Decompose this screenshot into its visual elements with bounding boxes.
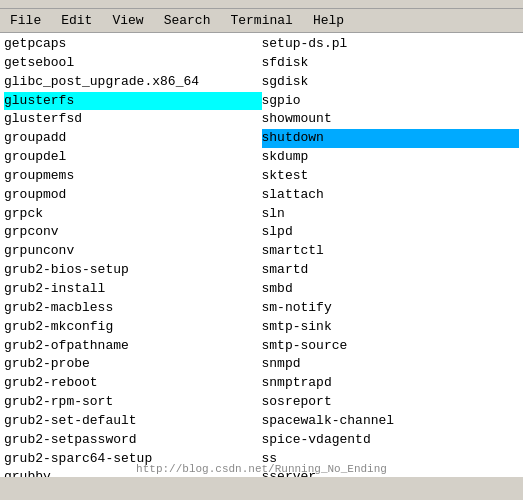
list-item: grub2-rpm-sort — [4, 393, 262, 412]
list-item: groupmems — [4, 167, 262, 186]
list-item: smbd — [262, 280, 520, 299]
list-item: grub2-macbless — [4, 299, 262, 318]
list-item: grub2-probe — [4, 355, 262, 374]
list-item: grub2-setpassword — [4, 431, 262, 450]
list-item: sosreport — [262, 393, 520, 412]
list-item: smartd — [262, 261, 520, 280]
left-column: getpcapsgetseboolglibc_post_upgrade.x86_… — [4, 35, 262, 475]
list-item: getsebool — [4, 54, 262, 73]
watermark: http://blog.csdn.net/Running_No_Ending — [136, 463, 387, 475]
list-item: smartctl — [262, 242, 520, 261]
menu-item-help[interactable]: Help — [307, 11, 350, 30]
list-item: groupmod — [4, 186, 262, 205]
list-item: slattach — [262, 186, 520, 205]
list-item: spacewalk-channel — [262, 412, 520, 431]
list-item: grub2-ofpathname — [4, 337, 262, 356]
list-item: grub2-mkconfig — [4, 318, 262, 337]
list-item: setup-ds.pl — [262, 35, 520, 54]
list-item: sgpio — [262, 92, 520, 111]
menu-item-terminal[interactable]: Terminal — [224, 11, 298, 30]
list-item: sktest — [262, 167, 520, 186]
list-item: slpd — [262, 223, 520, 242]
list-item: grub2-set-default — [4, 412, 262, 431]
right-column: setup-ds.plsfdisksgdisksgpioshowmountshu… — [262, 35, 520, 475]
list-item: sfdisk — [262, 54, 520, 73]
menu-item-edit[interactable]: Edit — [55, 11, 98, 30]
list-item: grub2-reboot — [4, 374, 262, 393]
list-item: glusterfs — [4, 92, 262, 111]
terminal-body: getpcapsgetseboolglibc_post_upgrade.x86_… — [0, 33, 523, 477]
list-item: snmptrapd — [262, 374, 520, 393]
list-item: spice-vdagentd — [262, 431, 520, 450]
menu-item-view[interactable]: View — [106, 11, 149, 30]
list-item: smtp-sink — [262, 318, 520, 337]
list-item: snmpd — [262, 355, 520, 374]
list-item: skdump — [262, 148, 520, 167]
list-item: grub2-install — [4, 280, 262, 299]
list-item: getpcaps — [4, 35, 262, 54]
list-item: grub2-bios-setup — [4, 261, 262, 280]
list-item: smtp-source — [262, 337, 520, 356]
list-item: grpck — [4, 205, 262, 224]
list-item: glusterfsd — [4, 110, 262, 129]
list-item: sm-notify — [262, 299, 520, 318]
menu-item-search[interactable]: Search — [158, 11, 217, 30]
list-item: glibc_post_upgrade.x86_64 — [4, 73, 262, 92]
list-item: sln — [262, 205, 520, 224]
list-item: shutdown — [262, 129, 520, 148]
list-item: groupadd — [4, 129, 262, 148]
menu-bar: FileEditViewSearchTerminalHelp — [0, 9, 523, 33]
list-item: sgdisk — [262, 73, 520, 92]
list-item: showmount — [262, 110, 520, 129]
menu-item-file[interactable]: File — [4, 11, 47, 30]
list-item: grpconv — [4, 223, 262, 242]
list-item: groupdel — [4, 148, 262, 167]
content-area: getpcapsgetseboolglibc_post_upgrade.x86_… — [0, 33, 523, 477]
list-item: grpunconv — [4, 242, 262, 261]
title-bar — [0, 0, 523, 9]
